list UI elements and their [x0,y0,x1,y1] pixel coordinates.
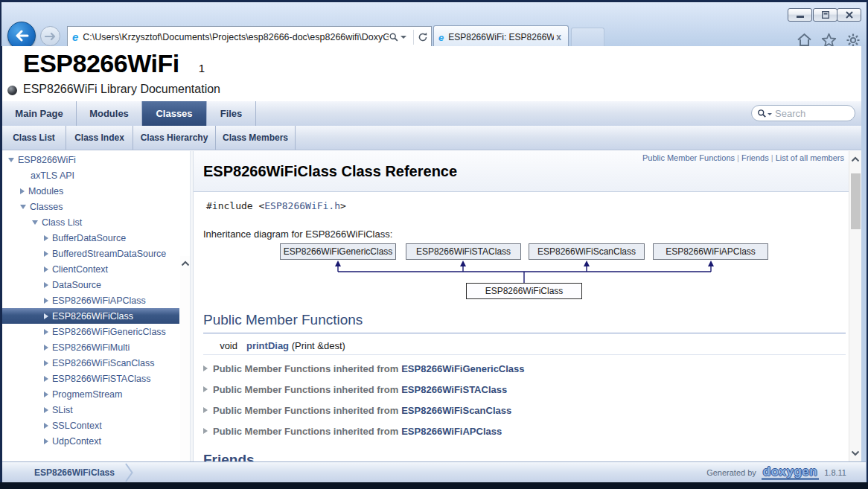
search-icon[interactable] [389,32,399,42]
search-dropdown-icon[interactable] [401,36,406,39]
summary-link-public-member-functions[interactable]: Public Member Functions [642,153,735,162]
inherited-section-apclass[interactable]: Public Member Functions inherited fromES… [203,424,502,438]
address-bar[interactable]: e [67,26,432,48]
sidebar-item-esp8266wifigenericclass[interactable]: ESP8266WiFiGenericClass [2,324,179,339]
chevron-right-icon[interactable] [44,438,48,444]
new-tab-button[interactable] [571,28,604,48]
sidebar-item-esp8266wificlass-selected[interactable]: ESP8266WiFiClass [2,308,179,324]
sidebar-item-esp8266wifi[interactable]: ESP8266WiFi [2,152,179,167]
tab-class-index[interactable]: Class Index [66,126,133,150]
content-vertical-scrollbar[interactable] [849,151,861,461]
sidebar-item-progmemstream[interactable]: ProgmemStream [2,386,179,402]
sidebar-item-datasource[interactable]: DataSource [2,277,179,293]
minimize-button[interactable] [788,8,812,22]
url-input[interactable] [83,32,389,42]
expand-arrow-icon[interactable] [203,428,208,434]
tab-files[interactable]: Files [207,101,256,126]
tab-class-list[interactable]: Class List [2,126,66,150]
sidebar-item-axtls-api[interactable]: axTLS API [2,167,179,183]
chevron-right-icon[interactable] [44,329,48,335]
chevron-right-icon[interactable] [44,345,48,351]
sidebar-item-bufferdatasource[interactable]: BufferDataSource [2,230,179,246]
sidebar-item-esp8266wifistaclass[interactable]: ESP8266WiFiSTAClass [2,371,179,386]
forward-button[interactable] [40,26,60,46]
doxygen-logo[interactable]: doxygen [762,464,819,480]
search-magnifier-icon[interactable] [757,109,767,118]
diagram-node-esp8266wifigenericclass[interactable]: ESP8266WiFiGenericClass [280,243,396,260]
breadcrumb-item[interactable]: ESP8266WiFiClass [34,467,115,478]
inheritance-caption: Inheritance diagram for ESP8266WiFiClass… [203,228,392,240]
chevron-right-icon[interactable] [44,423,48,429]
scroll-up-icon[interactable] [181,261,190,266]
chevron-right-icon[interactable] [44,298,48,304]
chevron-down-icon[interactable] [20,205,26,209]
include-file-link[interactable]: ESP8266WiFi.h [264,200,340,211]
sidebar-item-esp8266wifimulti[interactable]: ESP8266WiFiMulti [2,339,179,355]
maximize-button[interactable] [813,8,837,22]
inherited-section-staclass[interactable]: Public Member Functions inherited fromES… [203,383,507,396]
tab-class-hierarchy[interactable]: Class Hierarchy [133,126,216,150]
inherited-class-link[interactable]: ESP8266WiFiAPClass [401,426,502,437]
chevron-right-icon[interactable] [44,235,48,241]
tab-classes[interactable]: Classes [142,101,207,126]
include-line: #include <ESP8266WiFi.h> [206,200,346,211]
search-input[interactable] [775,108,849,119]
chevron-down-icon[interactable] [32,220,38,225]
inherited-class-link[interactable]: ESP8266WiFiSTAClass [401,384,507,395]
summary-link-list-of-all-members[interactable]: List of all members [776,153,844,162]
summary-link-friends[interactable]: Friends [741,153,769,162]
sidebar-item-bufferedstreamdatasource[interactable]: BufferedStreamDataSource [2,246,179,261]
diagram-node-esp8266wifiapclass[interactable]: ESP8266WiFiAPClass [653,243,768,260]
diagram-node-esp8266wifistaclass[interactable]: ESP8266WiFiSTAClass [406,243,521,260]
sidebar-item-esp8266wifiscanclass[interactable]: ESP8266WiFiScanClass [2,355,179,371]
sidebar-vertical-scrollbar[interactable] [180,256,191,461]
chevron-right-icon[interactable] [44,391,48,397]
page-favicon-icon: e [72,31,78,42]
chevron-right-icon[interactable] [44,360,48,366]
expand-arrow-icon[interactable] [203,365,208,371]
tab-close-icon[interactable]: x [554,32,564,42]
sidebar-item-slist[interactable]: SList [2,402,179,418]
doxygen-search-box[interactable] [751,105,855,121]
close-icon [846,11,853,19]
back-arrow-icon [14,30,29,42]
project-name: ESP8266WiFi1 [23,49,204,78]
sidebar-item-class-list[interactable]: Class List [2,214,179,230]
sidebar-tree: ESP8266WiFi axTLS API Modules Classes Cl… [2,151,190,461]
close-button[interactable] [837,8,861,22]
inherited-class-link[interactable]: ESP8266WiFiGenericClass [401,363,524,374]
sidebar-item-udpcontext[interactable]: UdpContext [2,433,179,449]
scrollbar-thumb[interactable] [851,173,861,229]
inherited-section-genericclass[interactable]: Public Member Functions inherited fromES… [203,362,525,375]
scroll-down-icon[interactable] [851,450,860,456]
sidebar-item-esp8266wifiapclass[interactable]: ESP8266WiFiAPClass [2,293,179,308]
expand-arrow-icon[interactable] [203,386,208,392]
refresh-icon[interactable] [418,32,428,42]
chevron-right-icon[interactable] [44,282,48,288]
inherited-class-link[interactable]: ESP8266WiFiScanClass [401,405,511,416]
chevron-right-icon[interactable] [44,251,48,257]
chevron-right-icon[interactable] [44,313,48,319]
chevron-down-icon[interactable] [8,158,14,162]
sidebar-item-clientcontext[interactable]: ClientContext [2,261,179,277]
sidebar-item-classes[interactable]: Classes [2,199,179,214]
sidebar-item-sslcontext[interactable]: SSLContext [2,418,179,433]
chevron-right-icon[interactable] [44,407,48,413]
tab-class-members[interactable]: Class Members [216,126,296,150]
chevron-right-icon[interactable] [44,376,48,382]
doxygen-page: ESP8266WiFi1 ESP8266WiFi Library Documen… [2,46,861,461]
expand-arrow-icon[interactable] [203,407,208,413]
tab-main-page[interactable]: Main Page [2,101,77,126]
chevron-right-icon[interactable] [44,266,48,272]
search-filter-caret-icon[interactable] [768,113,772,115]
tab-modules[interactable]: Modules [77,101,142,126]
main-tab-bar: Main Page Modules Classes Files [2,101,861,126]
tab-title: ESP8266WiFi: ESP8266WiFi... [448,32,554,42]
section-heading-public-member-functions: Public Member Functions [203,312,846,333]
sidebar-item-modules[interactable]: Modules [2,183,179,199]
inherited-section-scanclass[interactable]: Public Member Functions inherited fromES… [203,403,511,417]
scroll-up-icon[interactable] [851,156,860,162]
diagram-node-esp8266wifiscanclass[interactable]: ESP8266WiFiScanClass [529,243,645,260]
chevron-right-icon[interactable] [20,188,25,194]
browser-tab[interactable]: e ESP8266WiFi: ESP8266WiFi... x [433,25,569,48]
